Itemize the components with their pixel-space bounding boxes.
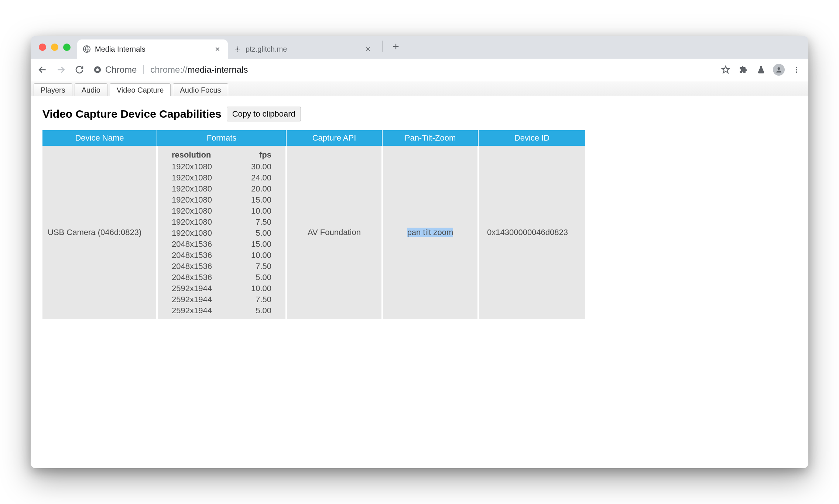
format-resolution: 1920x1080 xyxy=(163,217,234,228)
format-row: 2048x153615.00 xyxy=(163,239,280,250)
format-resolution: 1920x1080 xyxy=(163,172,234,183)
tab-audio-focus[interactable]: Audio Focus xyxy=(173,83,228,96)
svg-point-3 xyxy=(96,68,99,71)
url-display: chrome://media-internals xyxy=(150,65,248,75)
table-row: USB Camera (046d:0823) resolution fps 19… xyxy=(42,146,585,319)
format-fps: 15.00 xyxy=(234,239,280,250)
tab-audio[interactable]: Audio xyxy=(75,83,107,96)
format-row: 1920x108010.00 xyxy=(163,206,280,217)
ptz-value: pan tilt zoom xyxy=(407,228,453,237)
tab-close-button[interactable] xyxy=(212,44,223,54)
window-controls xyxy=(35,36,77,59)
toolbar-actions xyxy=(718,62,805,78)
kebab-menu-button[interactable] xyxy=(788,62,805,78)
new-tab-button[interactable] xyxy=(388,39,403,54)
svg-point-7 xyxy=(796,72,797,73)
tab-players[interactable]: Players xyxy=(34,83,72,96)
format-row: 1920x108030.00 xyxy=(163,161,280,172)
browser-toolbar: Chrome chrome://media-internals xyxy=(31,59,808,81)
browser-tab-media-internals[interactable]: Media Internals xyxy=(77,39,228,59)
format-row: 1920x10805.00 xyxy=(163,228,280,239)
tab-separator xyxy=(382,41,383,52)
col-formats[interactable]: Formats xyxy=(157,130,286,146)
page-content: Video Capture Device Capabilities Copy t… xyxy=(31,96,808,468)
site-chip-label: Chrome xyxy=(105,65,137,75)
format-row: 2048x15365.00 xyxy=(163,272,280,283)
format-resolution: 1920x1080 xyxy=(163,228,234,239)
address-bar[interactable]: Chrome chrome://media-internals xyxy=(90,62,712,78)
svg-point-6 xyxy=(796,69,797,70)
browser-window: Media Internals ptz.glitch.me xyxy=(31,36,808,468)
window-maximize-button[interactable] xyxy=(63,44,71,51)
formats-col-resolution: resolution xyxy=(163,149,234,161)
bookmark-star-button[interactable] xyxy=(718,62,734,78)
forward-button[interactable] xyxy=(53,62,69,78)
col-device-name[interactable]: Device Name xyxy=(42,130,157,146)
back-button[interactable] xyxy=(34,62,51,78)
cell-ptz: pan tilt zoom xyxy=(382,146,478,319)
formats-subtable: resolution fps 1920x108030.001920x108024… xyxy=(163,149,280,316)
format-row: 1920x10807.50 xyxy=(163,217,280,228)
format-row: 2592x19445.00 xyxy=(163,305,280,316)
cell-capture-api: AV Foundation xyxy=(286,146,382,319)
col-ptz[interactable]: Pan-Tilt-Zoom xyxy=(382,130,478,146)
capabilities-table: Device Name Formats Capture API Pan-Tilt… xyxy=(42,130,585,319)
svg-point-4 xyxy=(778,67,780,70)
extensions-button[interactable] xyxy=(735,62,751,78)
format-fps: 10.00 xyxy=(234,283,280,294)
window-close-button[interactable] xyxy=(39,44,46,51)
format-resolution: 2048x1536 xyxy=(163,261,234,272)
format-resolution: 2592x1944 xyxy=(163,283,234,294)
browser-tab-ptz[interactable]: ptz.glitch.me xyxy=(228,39,379,59)
format-resolution: 2048x1536 xyxy=(163,272,234,283)
page-title: Video Capture Device Capabilities xyxy=(42,108,222,120)
format-fps: 5.00 xyxy=(234,305,280,316)
format-resolution: 1920x1080 xyxy=(163,183,234,194)
site-chip[interactable]: Chrome xyxy=(93,65,137,75)
url-scheme: chrome:// xyxy=(150,65,187,75)
avatar-icon xyxy=(773,64,785,76)
format-resolution: 1920x1080 xyxy=(163,206,234,217)
format-fps: 15.00 xyxy=(234,194,280,206)
omnibox-separator xyxy=(143,65,144,74)
format-row: 2592x19447.50 xyxy=(163,294,280,305)
profile-button[interactable] xyxy=(771,62,787,78)
formats-col-fps: fps xyxy=(234,149,280,161)
format-resolution: 2592x1944 xyxy=(163,294,234,305)
tab-strip: Media Internals ptz.glitch.me xyxy=(31,36,808,59)
copy-to-clipboard-button[interactable]: Copy to clipboard xyxy=(227,107,301,121)
url-path: media-internals xyxy=(187,65,248,75)
format-fps: 10.00 xyxy=(234,250,280,261)
ptz-favicon-icon xyxy=(233,45,242,53)
labs-button[interactable] xyxy=(753,62,769,78)
format-fps: 10.00 xyxy=(234,206,280,217)
format-fps: 7.50 xyxy=(234,217,280,228)
globe-icon xyxy=(82,45,91,53)
tab-title: Media Internals xyxy=(95,45,209,53)
format-resolution: 2048x1536 xyxy=(163,239,234,250)
cell-device-name: USB Camera (046d:0823) xyxy=(42,146,157,319)
tab-title: ptz.glitch.me xyxy=(246,45,359,53)
format-fps: 20.00 xyxy=(234,183,280,194)
format-fps: 5.00 xyxy=(234,272,280,283)
page-tabbar: Players Audio Video Capture Audio Focus xyxy=(31,81,808,96)
cell-formats: resolution fps 1920x108030.001920x108024… xyxy=(157,146,286,319)
format-row: 1920x108020.00 xyxy=(163,183,280,194)
tab-video-capture[interactable]: Video Capture xyxy=(110,83,171,96)
format-row: 2592x194410.00 xyxy=(163,283,280,294)
format-resolution: 2048x1536 xyxy=(163,250,234,261)
format-resolution: 1920x1080 xyxy=(163,194,234,206)
format-resolution: 1920x1080 xyxy=(163,161,234,172)
tab-close-button[interactable] xyxy=(363,44,373,54)
format-resolution: 2592x1944 xyxy=(163,305,234,316)
svg-point-1 xyxy=(237,48,238,49)
format-fps: 5.00 xyxy=(234,228,280,239)
format-row: 2048x153610.00 xyxy=(163,250,280,261)
window-minimize-button[interactable] xyxy=(51,44,58,51)
svg-point-5 xyxy=(796,67,797,68)
col-device-id[interactable]: Device ID xyxy=(478,130,585,146)
format-row: 1920x108024.00 xyxy=(163,172,280,183)
format-fps: 24.00 xyxy=(234,172,280,183)
col-capture-api[interactable]: Capture API xyxy=(286,130,382,146)
reload-button[interactable] xyxy=(71,62,88,78)
